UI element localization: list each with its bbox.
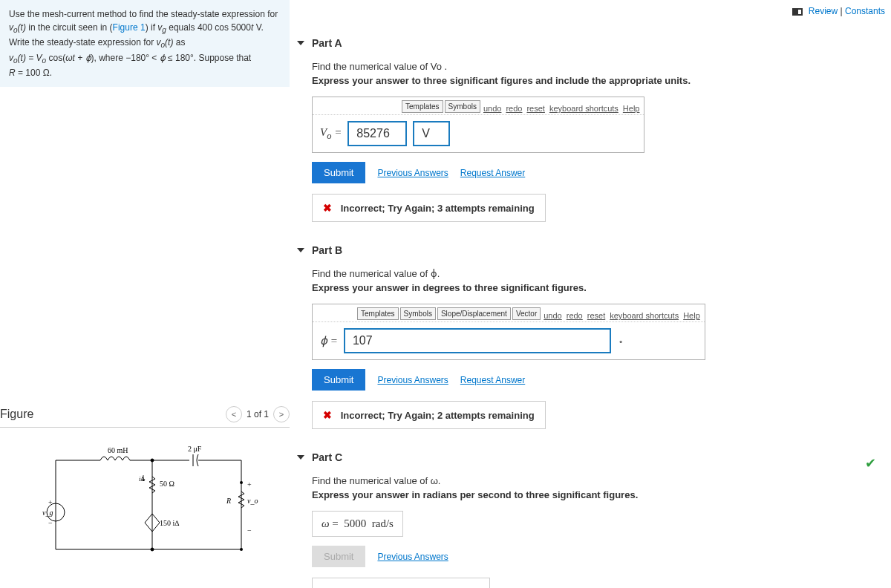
part-b-request-answer-link[interactable]: Request Answer [460,375,525,385]
part-a-submit-button[interactable]: Submit [312,162,365,183]
undo-button[interactable]: undo [542,311,563,320]
part-c-submit-button: Submit [312,546,365,567]
part-c-answer-display: ω = 5000 rad/s [312,511,403,537]
help-button[interactable]: Help [621,104,642,113]
part-b-toolbar: Templates Symbols Slope/Displacement Vec… [313,304,705,322]
symbols-button[interactable]: Symbols [445,100,480,113]
label-50ohm: 50 Ω [160,480,174,488]
templates-button[interactable]: Templates [357,307,399,320]
part-c-feedback: ✔ Correct [312,578,490,588]
constants-link[interactable]: Constants [845,6,885,16]
vector-button[interactable]: Vector [512,307,541,320]
svg-point-14 [240,481,243,484]
review-link[interactable]: Review [809,6,838,16]
x-icon: ✖ [323,409,332,421]
part-c-title: Part C [312,451,342,463]
svg-text:+: + [247,480,252,489]
part-a-section: Part A Find the numerical value of Vo . … [297,37,891,222]
undo-button[interactable]: undo [482,104,503,113]
figure-next-button[interactable]: > [273,406,290,422]
problem-text: Use the mesh-current method to find the … [9,9,278,19]
part-b-input-frame: Templates Symbols Slope/Displacement Vec… [312,304,705,360]
label-vg: v_g [42,509,53,517]
label-vo: v_o [247,497,258,505]
svg-point-12 [151,459,154,462]
part-b-feedback-text: Incorrect; Try Again; 2 attempts remaini… [341,410,535,421]
part-c-prev-answers-link[interactable]: Previous Answers [377,552,448,562]
degree-symbol: ∘ [619,337,623,345]
svg-point-15 [240,548,243,551]
header-links: Review | Constants [792,6,885,16]
label-R: R [226,497,231,505]
shortcuts-button[interactable]: keyboard shortcuts [548,104,620,113]
part-a-instr1: Find the numerical value of Vo . [312,61,891,72]
svg-point-13 [151,548,154,551]
part-a-unit-input[interactable]: V [413,121,450,146]
check-icon: ✔ [865,455,876,471]
label-150ia: 150 i∆ [160,519,179,527]
svg-text:−: − [247,526,252,535]
part-a-feedback-text: Incorrect; Try Again; 3 attempts remaini… [341,203,535,214]
part-a-instr2: Express your answer to three significant… [312,75,891,86]
help-button[interactable]: Help [682,311,702,320]
part-a-toolbar: Templates Symbols undo redo reset keyboa… [313,97,644,115]
part-c-instr2: Express your answer in radians per secon… [312,489,891,500]
part-c-toggle[interactable]: Part C [297,451,342,463]
part-b-var-label: ϕ = [320,334,338,347]
part-b-title: Part B [312,244,342,256]
svg-text:+: + [48,498,53,506]
problem-statement: Use the mesh-current method to find the … [0,0,290,87]
part-b-value-input[interactable]: 107 [344,328,611,353]
caret-down-icon [297,455,304,460]
x-icon: ✖ [323,202,332,214]
part-a-input-frame: Templates Symbols undo redo reset keyboa… [312,97,644,153]
svg-text:−: − [48,519,53,527]
part-a-feedback: ✖ Incorrect; Try Again; 3 attempts remai… [312,194,546,222]
templates-button[interactable]: Templates [402,100,443,113]
part-a-toggle[interactable]: Part A [297,37,891,49]
part-c-section: Part C ✔ Find the numerical value of ω. … [297,451,891,588]
reset-button[interactable]: reset [586,311,607,320]
part-a-request-answer-link[interactable]: Request Answer [460,168,525,178]
part-b-toggle[interactable]: Part B [297,244,891,256]
shortcuts-button[interactable]: keyboard shortcuts [608,311,680,320]
caret-down-icon [297,248,304,252]
part-a-value-input[interactable]: 85276 [347,121,407,146]
reset-button[interactable]: reset [525,104,546,113]
figure-title: Figure [0,408,33,421]
part-b-prev-answers-link[interactable]: Previous Answers [377,375,448,385]
caret-down-icon [297,41,304,45]
slope-button[interactable]: Slope/Displacement [437,307,511,320]
figure-page: 1 of 1 [247,409,269,419]
circuit-diagram: 60 mH 2 μF 50 Ω 150 i∆ v_g + − R v_o + −… [26,445,264,564]
part-b-section: Part B Find the numerical value of ϕ. Ex… [297,244,891,429]
part-a-title: Part A [312,37,342,49]
part-b-submit-button[interactable]: Submit [312,369,365,391]
part-b-instr1: Find the numerical value of ϕ. [312,268,891,279]
part-c-instr1: Find the numerical value of ω. [312,475,891,486]
figure-prev-button[interactable]: < [226,406,242,422]
figure-1-link[interactable]: Figure 1 [113,22,146,33]
part-b-instr2: Express your answer in degrees to three … [312,282,891,293]
label-2uf: 2 μF [188,445,202,453]
symbols-button[interactable]: Symbols [400,307,436,320]
label-60mh: 60 mH [108,446,128,454]
part-a-prev-answers-link[interactable]: Previous Answers [377,168,448,178]
part-b-feedback: ✖ Incorrect; Try Again; 2 attempts remai… [312,401,546,429]
redo-button[interactable]: redo [504,104,523,113]
part-a-var-label: Vo = [320,126,342,142]
redo-button[interactable]: redo [565,311,584,320]
figure-panel: Figure < 1 of 1 > [0,406,290,564]
flag-icon [792,8,803,16]
